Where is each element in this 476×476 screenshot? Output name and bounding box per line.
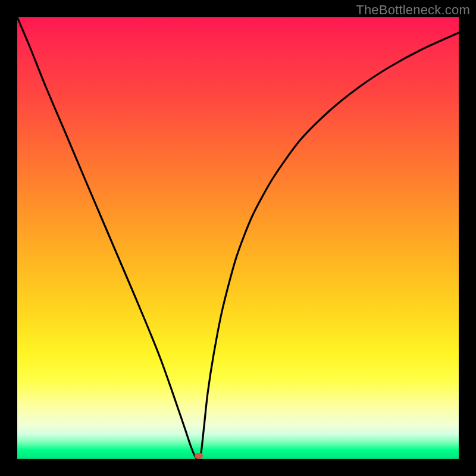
minimum-marker <box>195 453 203 459</box>
chart-plot-area <box>17 17 459 459</box>
watermark-text: TheBottleneck.com <box>356 2 470 18</box>
bottleneck-curve <box>17 17 459 459</box>
